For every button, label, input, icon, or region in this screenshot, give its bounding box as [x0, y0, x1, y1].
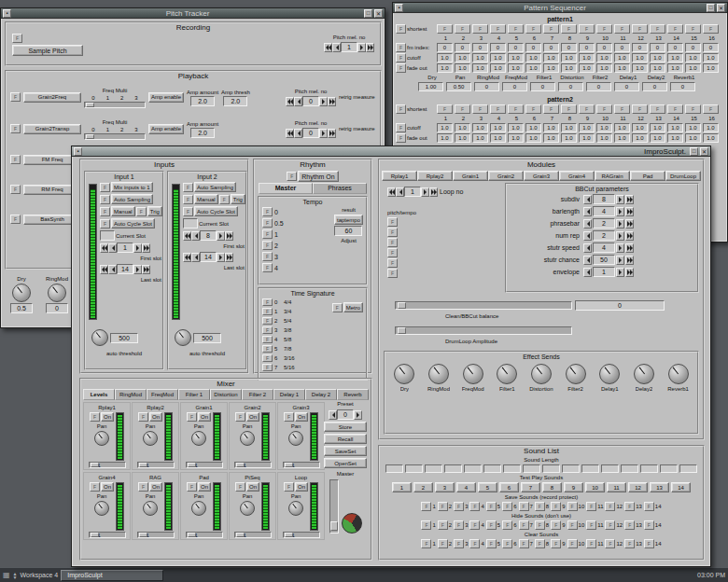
hide-sound-toggle[interactable]: F	[624, 520, 635, 530]
fadeout-cell[interactable]: 1.0	[632, 63, 648, 73]
pattern-step-button[interactable]: F	[472, 104, 488, 114]
save-sound-toggle[interactable]: F	[469, 502, 480, 511]
spin-right-icon[interactable]	[616, 219, 624, 229]
cutoff-cell[interactable]: 1.0	[490, 123, 506, 132]
spin-right-fast-icon[interactable]	[225, 253, 233, 262]
mixer-fader[interactable]	[310, 412, 318, 461]
pattern-step-button[interactable]: F	[650, 104, 665, 114]
hide-sound-toggle[interactable]: F	[502, 520, 512, 530]
pan-knob[interactable]	[143, 431, 158, 446]
mixer-level-slider[interactable]: 1	[234, 462, 272, 468]
fadeout-cell[interactable]: 1.0	[455, 133, 470, 143]
clear-sound-toggle[interactable]: F	[421, 539, 431, 548]
timesig-radio[interactable]: F	[262, 336, 273, 343]
mixer-mute-toggle[interactable]: F	[235, 482, 245, 492]
spin-left-icon[interactable]	[583, 207, 592, 216]
effect-send-knob[interactable]	[497, 364, 517, 384]
fadeout-cell[interactable]: 1.0	[703, 133, 719, 143]
module-button[interactable]: Grain3	[524, 171, 559, 181]
spin-right-icon[interactable]	[217, 253, 225, 262]
fx-send-value[interactable]: 0	[502, 82, 527, 91]
spin-right-fast-icon[interactable]	[429, 187, 438, 197]
mixer-mute-toggle[interactable]: F	[138, 412, 148, 422]
spin-right-fast-icon[interactable]	[625, 207, 634, 216]
mixer-tab[interactable]: Filter 1	[178, 389, 210, 400]
pattern-step-button[interactable]: F	[632, 104, 648, 114]
trig-button[interactable]: Trig	[231, 194, 245, 204]
pattern-step-button[interactable]: F	[561, 24, 577, 34]
rhythm-tab[interactable]: Phrases	[313, 183, 367, 194]
pattern-row-toggle[interactable]: F	[396, 43, 406, 52]
pattern-step-button[interactable]: F	[632, 24, 648, 34]
rhythm-on-button[interactable]: Rhythm On	[298, 171, 338, 182]
amp-amount-value[interactable]: 2.0	[190, 96, 215, 106]
fm-index-cell[interactable]: 0	[561, 43, 577, 52]
fm-index-cell[interactable]: 0	[632, 43, 648, 52]
cutoff-cell[interactable]: 1.0	[437, 53, 453, 62]
mixer-fader[interactable]	[164, 412, 173, 461]
output-knob[interactable]	[48, 284, 66, 302]
threshold-knob[interactable]	[175, 329, 191, 346]
mixer-fader[interactable]	[213, 482, 221, 531]
hide-sound-toggle[interactable]: F	[486, 520, 497, 530]
fadeout-cell[interactable]: 1.0	[596, 63, 612, 73]
clean-bbcut-slider[interactable]	[395, 301, 572, 310]
pattern-row-toggle[interactable]: F	[396, 133, 406, 143]
manual-toggle[interactable]: F	[183, 195, 193, 204]
module-button[interactable]: RAGrain	[595, 171, 630, 181]
rhythm-on-toggle[interactable]: F	[287, 172, 297, 181]
fadeout-cell[interactable]: 1.0	[596, 133, 612, 143]
fadeout-cell[interactable]: 1.0	[561, 63, 577, 73]
pattern-step-button[interactable]: F	[685, 104, 701, 114]
cutoff-cell[interactable]: 1.0	[703, 123, 719, 132]
pattern-sequencer-titlebar[interactable]: ▪ Pattern Sequencer □ ✕	[393, 3, 727, 13]
module-button[interactable]: Grain1	[453, 171, 488, 181]
pitch-tempo-radio[interactable]: F	[387, 238, 398, 247]
cutoff-cell[interactable]: 1.0	[614, 123, 630, 132]
playback-target-button[interactable]: Grain2Freq	[23, 92, 81, 103]
pattern-step-button[interactable]: F	[667, 104, 683, 114]
fadeout-cell[interactable]: 1.0	[703, 63, 719, 73]
pitch-tracker-titlebar[interactable]: ▪ Pitch Tracker □ ✕	[1, 8, 385, 19]
trig-toggle[interactable]: F	[136, 207, 147, 216]
module-button[interactable]: DrumLoop	[665, 171, 701, 181]
bbcut-param-value[interactable]: 2	[593, 230, 615, 241]
fx-send-value[interactable]: 0.50	[446, 82, 471, 91]
pattern-step-button[interactable]: F	[490, 104, 506, 114]
effect-send-knob[interactable]	[428, 364, 449, 384]
pager-down-icon[interactable]: ▼	[13, 575, 18, 579]
fx-send-value[interactable]: 0	[670, 82, 695, 91]
amp-enable-button[interactable]: Amp enable	[148, 92, 184, 103]
pan-knob[interactable]	[191, 501, 206, 516]
amp-enable-button[interactable]: Amp enable	[148, 124, 184, 134]
pan-knob[interactable]	[288, 501, 303, 516]
bbcut-param-value[interactable]: 8	[593, 194, 615, 204]
hide-sound-toggle[interactable]: F	[644, 520, 654, 530]
fadeout-cell[interactable]: 1.0	[685, 63, 701, 73]
metro-button[interactable]: Metro	[343, 302, 363, 312]
spin-left-icon[interactable]	[191, 253, 200, 262]
fadeout-cell[interactable]: 1.0	[437, 133, 453, 143]
trig-toggle[interactable]: F	[219, 195, 230, 204]
trig-button[interactable]: Trig	[147, 206, 162, 216]
maximize-icon[interactable]: □	[364, 9, 372, 18]
timesig-radio[interactable]: F	[262, 326, 273, 334]
fm-index-cell[interactable]: 0	[455, 43, 470, 52]
pan-knob[interactable]	[94, 501, 109, 516]
mixer-tab[interactable]: RingMod	[115, 389, 147, 400]
save-sound-toggle[interactable]: F	[624, 502, 635, 511]
clear-sound-toggle[interactable]: F	[519, 539, 529, 548]
test-play-button[interactable]: 10	[585, 482, 605, 492]
cutoff-cell[interactable]: 1.0	[561, 123, 577, 132]
cutoff-cell[interactable]: 1.0	[525, 53, 541, 62]
pitch-tempo-radio[interactable]: F	[387, 248, 398, 257]
spin-right-fast-icon[interactable]	[625, 195, 634, 204]
amp-thresh-value[interactable]: 2.0	[223, 96, 247, 106]
fadeout-cell[interactable]: 1.0	[543, 133, 559, 143]
freq-multi-slider[interactable]	[84, 133, 146, 140]
fadeout-cell[interactable]: 1.0	[508, 133, 524, 143]
spin-left-icon[interactable]	[108, 243, 117, 253]
effect-send-knob[interactable]	[566, 364, 586, 384]
metro-toggle[interactable]: F	[332, 303, 343, 312]
test-play-button[interactable]: 13	[650, 482, 669, 492]
